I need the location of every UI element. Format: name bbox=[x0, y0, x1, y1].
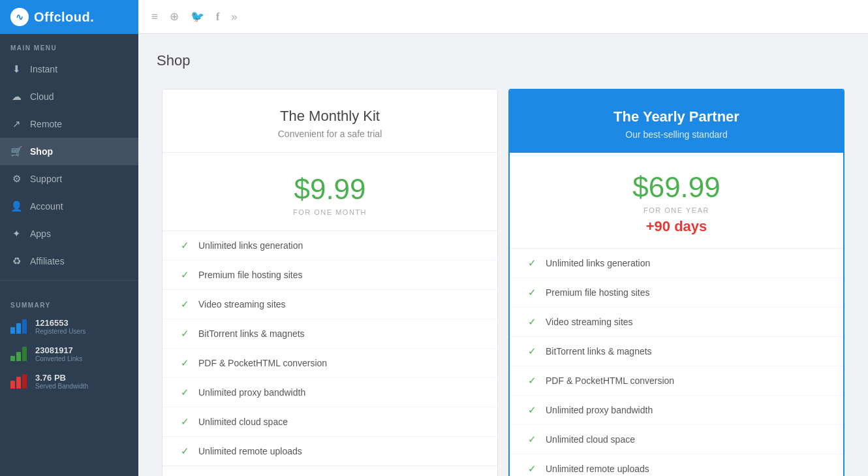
check-icon: ✓ bbox=[181, 240, 189, 251]
feature-text: Video streaming sites bbox=[546, 317, 633, 327]
check-icon: ✓ bbox=[528, 463, 536, 475]
check-icon: ✓ bbox=[528, 316, 536, 328]
bandwidth-value: 3.76 PB bbox=[35, 373, 88, 383]
sidebar-item-label: Instant bbox=[30, 64, 57, 74]
registered-label: Registered Users bbox=[35, 328, 85, 335]
check-icon: ✓ bbox=[181, 328, 189, 340]
sidebar-item-label: Account bbox=[30, 201, 63, 212]
feature-item: ✓ Premium file hosting sites bbox=[510, 278, 843, 308]
sidebar-item-account[interactable]: 👤 Account bbox=[0, 193, 138, 220]
plan-monthly-pricing: $9.99 FOR ONE MONTH bbox=[163, 153, 497, 231]
bandwidth-bar bbox=[10, 374, 29, 389]
plan-monthly-header: The Monthly Kit Convenient for a safe tr… bbox=[163, 89, 497, 153]
feature-text: BitTorrent links & magnets bbox=[546, 346, 652, 357]
feature-item: ✓ Unlimited remote uploads bbox=[163, 437, 497, 466]
sidebar-item-apps[interactable]: ✦ Apps bbox=[0, 220, 138, 247]
menu-icon[interactable]: ≡ bbox=[151, 10, 158, 24]
feature-item: ✓ BitTorrent links & magnets bbox=[510, 337, 843, 366]
feature-item: ✓ BitTorrent links & magnets bbox=[163, 319, 497, 349]
feature-text: Premium file hosting sites bbox=[546, 287, 650, 298]
plan-yearly-tagline: Our best-selling standard bbox=[523, 129, 830, 140]
sidebar-item-remote[interactable]: ↗ Remote bbox=[0, 110, 138, 138]
feature-item: ✓ Premium file hosting sites bbox=[163, 261, 497, 290]
feature-text: Unlimited links generation bbox=[198, 240, 303, 251]
main-menu-label: MAIN MENU bbox=[0, 34, 138, 56]
summary-label: SUMMARY bbox=[0, 291, 138, 313]
logo-text: Offcloud. bbox=[34, 10, 94, 25]
plan-monthly: The Monthly Kit Convenient for a safe tr… bbox=[162, 89, 498, 476]
feature-item: ✓ Video streaming sites bbox=[510, 308, 843, 337]
sidebar-item-affiliates[interactable]: ♻ Affiliates bbox=[0, 247, 138, 275]
check-icon: ✓ bbox=[181, 298, 189, 310]
sidebar-item-label: Shop bbox=[30, 146, 53, 157]
plan-monthly-features: ✓ Unlimited links generation ✓ Premium f… bbox=[163, 231, 497, 466]
page-title: Shop bbox=[157, 52, 850, 69]
main-area: ≡ ⊕ 🐦 f » Shop The Monthly Kit Convenien… bbox=[138, 0, 868, 476]
plan-monthly-period: FOR ONE MONTH bbox=[293, 208, 367, 216]
plan-yearly: The Yearly Partner Our best-selling stan… bbox=[508, 89, 845, 476]
cloud-icon: ☁ bbox=[10, 91, 22, 103]
feature-item: ✓ Unlimited links generation bbox=[163, 231, 497, 261]
feature-item: ✓ Unlimited proxy bandwidth bbox=[510, 396, 843, 425]
check-icon: ✓ bbox=[528, 404, 536, 416]
plan-monthly-name: The Monthly Kit bbox=[176, 108, 484, 125]
feature-text: Unlimited cloud space bbox=[198, 417, 288, 427]
converted-bar bbox=[10, 347, 29, 361]
summary-bandwidth: 3.76 PB Served Bandwidth bbox=[0, 368, 138, 395]
plan-yearly-period: FOR ONE YEAR bbox=[643, 206, 709, 214]
feature-text: Video streaming sites bbox=[198, 299, 286, 309]
feature-item: ✓ Video streaming sites bbox=[163, 290, 497, 319]
plans-grid: The Monthly Kit Convenient for a safe tr… bbox=[157, 84, 850, 476]
twitter-icon[interactable]: 🐦 bbox=[191, 10, 204, 24]
sidebar-item-shop[interactable]: 🛒 Shop bbox=[0, 138, 138, 165]
bandwidth-label: Served Bandwidth bbox=[35, 383, 88, 390]
feature-text: Unlimited proxy bandwidth bbox=[198, 387, 305, 398]
sidebar-item-cloud[interactable]: ☁ Cloud bbox=[0, 83, 138, 110]
plan-monthly-tagline: Convenient for a safe trial bbox=[176, 129, 484, 139]
feature-text: PDF & PocketHTML conversion bbox=[198, 358, 327, 368]
globe-icon[interactable]: ⊕ bbox=[170, 10, 179, 24]
feature-item: ✓ Unlimited cloud space bbox=[163, 407, 497, 437]
feature-text: Unlimited links generation bbox=[546, 258, 650, 268]
registered-bar bbox=[10, 319, 29, 334]
plan-monthly-footer: Purchase 1 month bbox=[163, 466, 497, 476]
plan-yearly-price: $69.99 bbox=[632, 171, 721, 204]
topbar: ≡ ⊕ 🐦 f » bbox=[138, 0, 868, 34]
sidebar: ∿ Offcloud. MAIN MENU ⬇ Instant ☁ Cloud … bbox=[0, 0, 138, 476]
feature-item: ✓ Unlimited links generation bbox=[510, 249, 843, 278]
feature-text: BitTorrent links & magnets bbox=[198, 328, 305, 339]
summary-section: SUMMARY 1216553 Registered Users 2308191… bbox=[0, 280, 138, 400]
feature-text: Unlimited cloud space bbox=[546, 434, 635, 445]
affiliates-icon: ♻ bbox=[10, 255, 22, 267]
sidebar-item-label: Support bbox=[30, 174, 62, 184]
converted-label: Converted Links bbox=[35, 355, 82, 362]
facebook-icon[interactable]: f bbox=[216, 11, 219, 23]
app-logo: ∿ Offcloud. bbox=[0, 0, 138, 34]
sidebar-item-label: Apps bbox=[30, 229, 51, 239]
sidebar-item-support[interactable]: ⚙ Support bbox=[0, 165, 138, 193]
plan-yearly-bonus: +90 days bbox=[646, 218, 707, 235]
logo-icon: ∿ bbox=[10, 8, 29, 26]
plan-yearly-pricing: $69.99 FOR ONE YEAR +90 days bbox=[510, 153, 843, 249]
check-icon: ✓ bbox=[181, 269, 189, 281]
plan-yearly-name: The Yearly Partner bbox=[523, 108, 830, 125]
feature-text: Unlimited remote uploads bbox=[198, 446, 302, 456]
shop-icon: 🛒 bbox=[10, 146, 22, 157]
feature-item: ✓ PDF & PocketHTML conversion bbox=[510, 366, 843, 396]
registered-value: 1216553 bbox=[35, 318, 85, 328]
check-icon: ✓ bbox=[181, 416, 189, 428]
instant-icon: ⬇ bbox=[10, 63, 22, 75]
sidebar-item-label: Remote bbox=[30, 119, 62, 129]
summary-converted: 23081917 Converted Links bbox=[0, 340, 138, 368]
check-icon: ✓ bbox=[181, 387, 189, 398]
more-icon[interactable]: » bbox=[231, 10, 237, 24]
sidebar-item-instant[interactable]: ⬇ Instant bbox=[0, 56, 138, 83]
content-area: Shop The Monthly Kit Convenient for a sa… bbox=[138, 34, 868, 476]
feature-item: ✓ Unlimited proxy bandwidth bbox=[163, 378, 497, 407]
feature-item: ✓ Unlimited remote uploads bbox=[510, 454, 843, 476]
account-icon: 👤 bbox=[10, 200, 22, 212]
plan-yearly-features: ✓ Unlimited links generation ✓ Premium f… bbox=[510, 249, 843, 476]
remote-icon: ↗ bbox=[10, 118, 22, 130]
check-icon: ✓ bbox=[528, 257, 536, 269]
check-icon: ✓ bbox=[181, 445, 189, 457]
